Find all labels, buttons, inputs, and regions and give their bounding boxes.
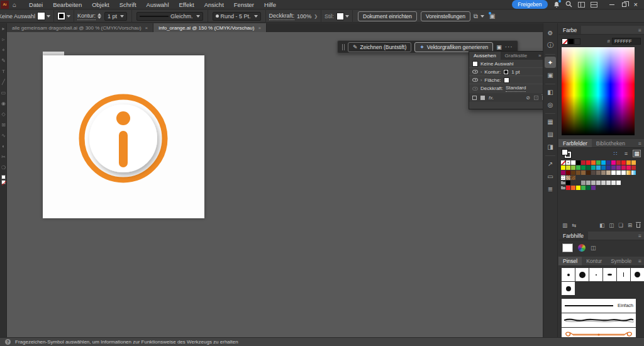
swatch[interactable] bbox=[586, 181, 591, 185]
panel-menu-icon[interactable]: ≡ bbox=[638, 26, 644, 34]
preferences-button[interactable]: Voreinstellungen bbox=[421, 11, 470, 21]
swatch[interactable] bbox=[571, 176, 575, 180]
fill-chevron-icon[interactable] bbox=[47, 15, 50, 18]
menu-objekt[interactable]: Objekt bbox=[87, 1, 114, 8]
swatch[interactable] bbox=[616, 170, 621, 175]
swatch[interactable] bbox=[616, 165, 621, 170]
list-view-icon[interactable]: ≡ bbox=[622, 150, 630, 157]
edit-colors-wheel-icon[interactable] bbox=[578, 244, 586, 252]
tool-icon-9[interactable]: ⊞ bbox=[0, 120, 7, 130]
tool-icon-13[interactable]: ❍ bbox=[0, 162, 7, 173]
color-spectrum[interactable] bbox=[562, 47, 635, 135]
calligraphic-brush[interactable] bbox=[562, 268, 575, 281]
swatch[interactable] bbox=[571, 181, 575, 185]
add-effect-icon[interactable]: fx. bbox=[489, 95, 494, 101]
swatch[interactable] bbox=[566, 186, 570, 190]
tool-icon-10[interactable]: ∿ bbox=[0, 130, 7, 141]
fill-stroke-indicator[interactable] bbox=[562, 149, 572, 158]
swatch[interactable] bbox=[591, 165, 596, 170]
arrange-documents-icon[interactable] bbox=[578, 2, 585, 8]
appearance-opacity-row[interactable]: Deckkraft: Standard bbox=[469, 84, 549, 92]
calligraphic-brush[interactable] bbox=[617, 268, 630, 281]
symbols-icon[interactable]: ▦ bbox=[545, 116, 556, 127]
swatch[interactable] bbox=[576, 186, 580, 190]
tool-icon-5[interactable]: ╱ bbox=[0, 77, 7, 87]
transparency-icon[interactable]: ◎ bbox=[545, 99, 556, 110]
swatch[interactable] bbox=[591, 160, 596, 165]
swatch[interactable] bbox=[626, 170, 631, 175]
swatch[interactable] bbox=[601, 160, 606, 165]
add-new-fill-icon[interactable] bbox=[480, 96, 485, 100]
tab-grafikstile[interactable]: Grafikstile bbox=[501, 52, 532, 60]
swatch-options-icon[interactable]: ◫ bbox=[609, 222, 614, 228]
calligraphic-brush[interactable] bbox=[575, 268, 589, 281]
appearance-fill-row[interactable]: › Fläche: bbox=[469, 76, 549, 84]
brush-definition-dropdown[interactable]: Rund - 5 Pt. bbox=[213, 12, 261, 21]
stroke-label[interactable]: Kontur: bbox=[77, 13, 96, 20]
black-swatch[interactable] bbox=[568, 38, 574, 45]
calligraphic-brush[interactable] bbox=[562, 282, 575, 295]
swatch[interactable] bbox=[631, 170, 636, 175]
swatch[interactable] bbox=[631, 160, 636, 165]
swatch[interactable] bbox=[626, 165, 631, 170]
base-color-swatch[interactable] bbox=[562, 243, 573, 252]
opacity-more-icon[interactable]: ❯ bbox=[314, 14, 318, 19]
swatch[interactable] bbox=[606, 160, 611, 165]
swatch[interactable] bbox=[611, 170, 616, 175]
swatch[interactable] bbox=[606, 181, 611, 185]
tools-fill-indicator[interactable] bbox=[1, 175, 6, 179]
width-profile-dropdown[interactable]: Gleichm. bbox=[136, 12, 203, 21]
settings-icon[interactable]: ⚙ bbox=[545, 27, 556, 38]
style-swatch[interactable] bbox=[336, 13, 344, 20]
tool-icon-12[interactable]: ✂ bbox=[0, 152, 7, 162]
swatch[interactable] bbox=[581, 181, 586, 185]
calligraphic-brush[interactable] bbox=[631, 268, 644, 281]
generative-recolor-icon[interactable]: ▣ bbox=[489, 13, 495, 20]
new-color-group-icon[interactable]: ❏ bbox=[618, 222, 623, 228]
tab-farbhilfe[interactable]: Farbhilfe bbox=[558, 232, 588, 240]
delete-swatch-icon[interactable] bbox=[636, 223, 640, 228]
swatch-group-folder-icon[interactable] bbox=[561, 186, 565, 190]
swatch[interactable] bbox=[566, 176, 570, 180]
swatch[interactable] bbox=[616, 160, 621, 165]
tab-kontur[interactable]: Kontur bbox=[582, 257, 606, 265]
fill-color-swatch[interactable] bbox=[504, 77, 509, 83]
stroke-width-value[interactable]: 1 pt bbox=[511, 69, 519, 75]
tab-farbe[interactable]: Farbe bbox=[558, 26, 581, 34]
panel-menu-icon[interactable]: ≡ bbox=[638, 139, 644, 147]
stroke-chevron-icon[interactable] bbox=[67, 15, 70, 18]
tab-pinsel[interactable]: Pinsel bbox=[558, 257, 582, 265]
swatch[interactable] bbox=[601, 170, 606, 175]
swatch[interactable] bbox=[596, 165, 601, 170]
document-tab-info-orange[interactable]: info_orange.ai @ 150 % (CMYK/Vorschau) × bbox=[153, 23, 267, 32]
swatch-libraries-icon[interactable]: ▥ bbox=[562, 222, 567, 228]
swatch[interactable] bbox=[591, 170, 596, 175]
swatch[interactable] bbox=[576, 181, 580, 185]
comment-icon[interactable]: ▭ bbox=[545, 170, 556, 182]
menu-auswahl[interactable]: Auswahl bbox=[142, 1, 174, 8]
restore-icon[interactable] bbox=[622, 3, 626, 7]
menu-hilfe[interactable]: Hilfe bbox=[259, 1, 281, 8]
swatch[interactable] bbox=[566, 181, 570, 185]
share-button[interactable]: Freigeben bbox=[512, 0, 547, 9]
panel-menu-icon[interactable]: ≡ bbox=[638, 232, 644, 240]
swatch[interactable] bbox=[571, 160, 575, 165]
white-swatch[interactable] bbox=[574, 38, 580, 45]
add-new-stroke-icon[interactable] bbox=[472, 96, 477, 100]
taskbar-more-icon[interactable]: ··· bbox=[505, 43, 513, 50]
document-tab-dragonball[interactable]: alle gemeinsam dragonball.ai @ 300 % (CM… bbox=[7, 23, 153, 32]
swatch[interactable]: + bbox=[566, 160, 570, 165]
workspace-switcher-icon[interactable] bbox=[591, 2, 597, 8]
export-icon[interactable]: ↗ bbox=[545, 158, 556, 169]
opacity-attr-value[interactable]: Standard bbox=[506, 85, 526, 92]
tab-symbole[interactable]: Symbole bbox=[606, 257, 636, 265]
swatch[interactable] bbox=[561, 170, 565, 175]
menu-fenster[interactable]: Fenster bbox=[229, 1, 259, 8]
swatch[interactable] bbox=[596, 181, 601, 185]
swatch[interactable] bbox=[601, 181, 606, 185]
layers-icon[interactable]: ≣ bbox=[545, 183, 556, 194]
swatch[interactable] bbox=[566, 165, 570, 170]
menu-schrift[interactable]: Schrift bbox=[114, 1, 142, 8]
swatch-group-folder-icon[interactable] bbox=[561, 181, 565, 185]
swatch[interactable] bbox=[611, 181, 616, 185]
